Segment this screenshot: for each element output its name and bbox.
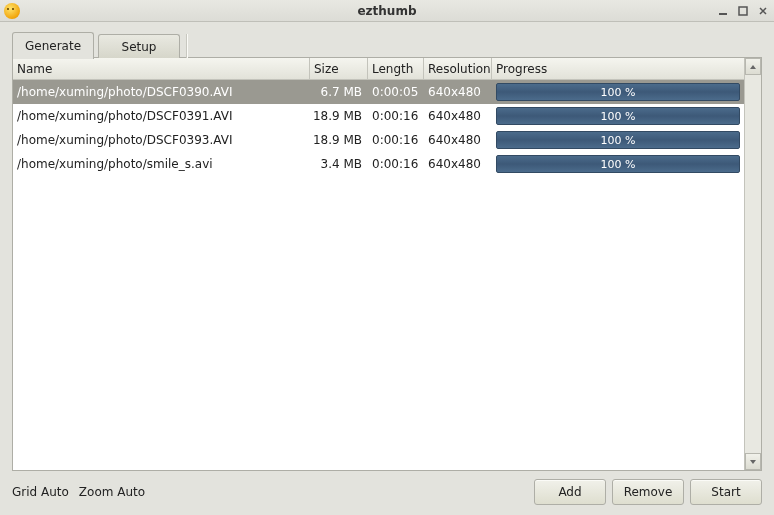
col-header-resolution[interactable]: Resolution: [424, 58, 492, 79]
scroll-up-button[interactable]: [745, 58, 761, 75]
progress-bar: 100 %: [496, 131, 740, 149]
cell-size: 6.7 MB: [310, 80, 368, 104]
progress-bar: 100 %: [496, 83, 740, 101]
cell-length: 0:00:16: [368, 152, 424, 176]
svg-rect-1: [739, 7, 747, 15]
cell-name: /home/xuming/photo/DSCF0390.AVI: [13, 80, 310, 104]
remove-button[interactable]: Remove: [612, 479, 684, 505]
cell-progress: 100 %: [492, 152, 744, 176]
progress-bar: 100 %: [496, 107, 740, 125]
cell-size: 18.9 MB: [310, 128, 368, 152]
cell-progress: 100 %: [492, 80, 744, 104]
window-buttons: [716, 4, 770, 18]
table-row[interactable]: /home/xuming/photo/DSCF0390.AVI6.7 MB0:0…: [13, 80, 744, 104]
svg-rect-0: [719, 13, 727, 15]
maximize-button[interactable]: [736, 4, 750, 18]
table-row[interactable]: /home/xuming/photo/DSCF0391.AVI18.9 MB0:…: [13, 104, 744, 128]
scroll-down-button[interactable]: [745, 453, 761, 470]
cell-size: 18.9 MB: [310, 104, 368, 128]
titlebar: ezthumb: [0, 0, 774, 22]
cell-length: 0:00:05: [368, 80, 424, 104]
cell-progress: 100 %: [492, 128, 744, 152]
table-header: Name Size Length Resolution Progress: [13, 58, 744, 80]
cell-length: 0:00:16: [368, 104, 424, 128]
col-header-name[interactable]: Name: [13, 58, 310, 79]
cell-name: /home/xuming/photo/DSCF0393.AVI: [13, 128, 310, 152]
cell-resolution: 640x480: [424, 152, 492, 176]
cell-name: /home/xuming/photo/DSCF0391.AVI: [13, 104, 310, 128]
cell-resolution: 640x480: [424, 104, 492, 128]
statusbar: Grid Auto Zoom Auto Add Remove Start: [12, 477, 762, 507]
tab-generate[interactable]: Generate: [12, 32, 94, 59]
app-icon: [4, 3, 20, 19]
progress-bar: 100 %: [496, 155, 740, 173]
vertical-scrollbar[interactable]: [744, 58, 761, 470]
table-body: /home/xuming/photo/DSCF0390.AVI6.7 MB0:0…: [13, 80, 744, 470]
col-header-size[interactable]: Size: [310, 58, 368, 79]
status-grid: Grid Auto: [12, 485, 69, 499]
minimize-button[interactable]: [716, 4, 730, 18]
col-header-progress[interactable]: Progress: [492, 58, 744, 79]
file-table-panel: Name Size Length Resolution Progress /ho…: [12, 57, 762, 471]
status-zoom: Zoom Auto: [79, 485, 145, 499]
cell-size: 3.4 MB: [310, 152, 368, 176]
table-row[interactable]: /home/xuming/photo/smile_s.avi3.4 MB0:00…: [13, 152, 744, 176]
content-pane: Generate Setup Name Size Length Resoluti…: [0, 22, 774, 515]
cell-length: 0:00:16: [368, 128, 424, 152]
start-button[interactable]: Start: [690, 479, 762, 505]
cell-resolution: 640x480: [424, 128, 492, 152]
window-title: ezthumb: [0, 4, 774, 18]
close-button[interactable]: [756, 4, 770, 18]
scroll-track[interactable]: [745, 75, 761, 453]
tab-setup[interactable]: Setup: [98, 34, 180, 58]
add-button[interactable]: Add: [534, 479, 606, 505]
file-table: Name Size Length Resolution Progress /ho…: [13, 58, 744, 470]
cell-resolution: 640x480: [424, 80, 492, 104]
tab-divider: [186, 34, 188, 58]
status-left: Grid Auto Zoom Auto: [12, 485, 145, 499]
cell-name: /home/xuming/photo/smile_s.avi: [13, 152, 310, 176]
tabs: Generate Setup: [12, 32, 762, 58]
table-row[interactable]: /home/xuming/photo/DSCF0393.AVI18.9 MB0:…: [13, 128, 744, 152]
cell-progress: 100 %: [492, 104, 744, 128]
col-header-length[interactable]: Length: [368, 58, 424, 79]
